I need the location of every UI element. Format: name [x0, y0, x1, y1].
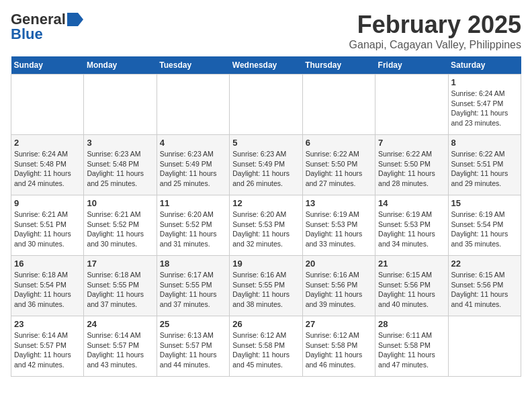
calendar-cell: 11Sunrise: 6:20 AMSunset: 5:52 PMDayligh…: [157, 195, 229, 256]
day-number: 15: [451, 198, 518, 208]
weekday-header-monday: Monday: [84, 56, 157, 75]
calendar-cell: 7Sunrise: 6:22 AMSunset: 5:50 PMDaylight…: [375, 135, 448, 195]
logo-blue-text: Blue: [11, 26, 43, 43]
logo-flag-icon: [67, 13, 83, 26]
day-number: 11: [160, 198, 226, 208]
svg-rect-0: [67, 13, 78, 26]
day-number: 2: [14, 138, 81, 148]
title-area: February 2025 Ganapi, Cagayan Valley, Ph…: [349, 11, 521, 51]
day-info: Sunrise: 6:21 AMSunset: 5:52 PMDaylight:…: [87, 210, 153, 249]
weekday-header-thursday: Thursday: [302, 56, 375, 75]
weekday-header-saturday: Saturday: [448, 56, 521, 75]
day-number: 4: [160, 138, 226, 148]
calendar-week-row: 23Sunrise: 6:14 AMSunset: 5:57 PMDayligh…: [11, 316, 521, 377]
calendar-cell: 5Sunrise: 6:23 AMSunset: 5:49 PMDaylight…: [230, 135, 302, 195]
svg-marker-1: [78, 13, 83, 26]
day-number: 16: [14, 259, 81, 269]
calendar-cell: [448, 316, 521, 377]
day-info: Sunrise: 6:18 AMSunset: 5:55 PMDaylight:…: [87, 270, 153, 310]
day-number: 22: [451, 259, 518, 269]
day-number: 18: [160, 259, 226, 269]
day-info: Sunrise: 6:11 AMSunset: 5:58 PMDaylight:…: [378, 330, 445, 370]
calendar-week-row: 1Sunrise: 6:24 AMSunset: 5:47 PMDaylight…: [11, 75, 521, 135]
day-info: Sunrise: 6:18 AMSunset: 5:54 PMDaylight:…: [14, 270, 81, 310]
day-number: 1: [451, 77, 518, 87]
calendar-cell: 12Sunrise: 6:20 AMSunset: 5:53 PMDayligh…: [230, 195, 302, 256]
logo: General Blue: [11, 11, 83, 43]
calendar-cell: 25Sunrise: 6:13 AMSunset: 5:57 PMDayligh…: [157, 316, 229, 377]
calendar-cell: [157, 75, 229, 135]
day-info: Sunrise: 6:23 AMSunset: 5:48 PMDaylight:…: [87, 149, 153, 189]
day-info: Sunrise: 6:17 AMSunset: 5:55 PMDaylight:…: [160, 270, 226, 310]
day-number: 9: [14, 198, 81, 208]
calendar-cell: 3Sunrise: 6:23 AMSunset: 5:48 PMDaylight…: [84, 135, 157, 195]
calendar-cell: 2Sunrise: 6:24 AMSunset: 5:48 PMDaylight…: [11, 135, 84, 195]
day-number: 24: [87, 319, 153, 329]
day-number: 6: [306, 138, 372, 148]
day-number: 19: [232, 259, 299, 269]
calendar-cell: 15Sunrise: 6:19 AMSunset: 5:54 PMDayligh…: [448, 195, 521, 256]
day-number: 10: [87, 198, 153, 208]
weekday-header-tuesday: Tuesday: [157, 56, 229, 75]
calendar-cell: [230, 75, 302, 135]
day-number: 28: [378, 319, 445, 329]
calendar-week-row: 9Sunrise: 6:21 AMSunset: 5:51 PMDaylight…: [11, 195, 521, 256]
calendar-cell: 21Sunrise: 6:15 AMSunset: 5:56 PMDayligh…: [375, 256, 448, 316]
calendar-cell: 14Sunrise: 6:19 AMSunset: 5:53 PMDayligh…: [375, 195, 448, 256]
calendar-cell: [11, 75, 84, 135]
day-info: Sunrise: 6:15 AMSunset: 5:56 PMDaylight:…: [378, 270, 445, 310]
calendar-cell: 4Sunrise: 6:23 AMSunset: 5:49 PMDaylight…: [157, 135, 229, 195]
weekday-header-sunday: Sunday: [11, 56, 84, 75]
day-number: 27: [306, 319, 372, 329]
calendar-week-row: 2Sunrise: 6:24 AMSunset: 5:48 PMDaylight…: [11, 135, 521, 195]
calendar-cell: 10Sunrise: 6:21 AMSunset: 5:52 PMDayligh…: [84, 195, 157, 256]
day-number: 14: [378, 198, 445, 208]
calendar-cell: 9Sunrise: 6:21 AMSunset: 5:51 PMDaylight…: [11, 195, 84, 256]
calendar-cell: [302, 75, 375, 135]
calendar-week-row: 16Sunrise: 6:18 AMSunset: 5:54 PMDayligh…: [11, 256, 521, 316]
day-number: 23: [14, 319, 81, 329]
day-number: 5: [232, 138, 299, 148]
weekday-header-wednesday: Wednesday: [230, 56, 302, 75]
calendar-cell: 13Sunrise: 6:19 AMSunset: 5:53 PMDayligh…: [302, 195, 375, 256]
day-info: Sunrise: 6:19 AMSunset: 5:53 PMDaylight:…: [378, 210, 445, 249]
weekday-header-friday: Friday: [375, 56, 448, 75]
day-info: Sunrise: 6:23 AMSunset: 5:49 PMDaylight:…: [160, 149, 226, 189]
day-info: Sunrise: 6:12 AMSunset: 5:58 PMDaylight:…: [232, 330, 299, 370]
day-info: Sunrise: 6:19 AMSunset: 5:53 PMDaylight:…: [306, 210, 372, 249]
month-title: February 2025: [349, 11, 521, 39]
calendar-cell: 18Sunrise: 6:17 AMSunset: 5:55 PMDayligh…: [157, 256, 229, 316]
day-info: Sunrise: 6:13 AMSunset: 5:57 PMDaylight:…: [160, 330, 226, 370]
page-header: General Blue February 2025 Ganapi, Cagay…: [11, 11, 521, 51]
day-info: Sunrise: 6:19 AMSunset: 5:54 PMDaylight:…: [451, 210, 518, 249]
day-number: 20: [306, 259, 372, 269]
day-info: Sunrise: 6:23 AMSunset: 5:49 PMDaylight:…: [232, 149, 299, 189]
day-number: 26: [232, 319, 299, 329]
calendar-table: SundayMondayTuesdayWednesdayThursdayFrid…: [11, 56, 521, 377]
calendar-cell: [84, 75, 157, 135]
calendar-cell: 6Sunrise: 6:22 AMSunset: 5:50 PMDaylight…: [302, 135, 375, 195]
calendar-cell: 17Sunrise: 6:18 AMSunset: 5:55 PMDayligh…: [84, 256, 157, 316]
day-info: Sunrise: 6:14 AMSunset: 5:57 PMDaylight:…: [14, 330, 81, 370]
calendar-cell: 28Sunrise: 6:11 AMSunset: 5:58 PMDayligh…: [375, 316, 448, 377]
day-number: 17: [87, 259, 153, 269]
day-info: Sunrise: 6:22 AMSunset: 5:50 PMDaylight:…: [306, 149, 372, 189]
day-info: Sunrise: 6:12 AMSunset: 5:58 PMDaylight:…: [306, 330, 372, 370]
calendar-cell: 26Sunrise: 6:12 AMSunset: 5:58 PMDayligh…: [230, 316, 302, 377]
day-info: Sunrise: 6:24 AMSunset: 5:47 PMDaylight:…: [451, 89, 518, 128]
day-number: 8: [451, 138, 518, 148]
calendar-cell: 19Sunrise: 6:16 AMSunset: 5:55 PMDayligh…: [230, 256, 302, 316]
day-info: Sunrise: 6:22 AMSunset: 5:51 PMDaylight:…: [451, 149, 518, 189]
calendar-cell: 1Sunrise: 6:24 AMSunset: 5:47 PMDaylight…: [448, 75, 521, 135]
day-info: Sunrise: 6:16 AMSunset: 5:56 PMDaylight:…: [306, 270, 372, 310]
day-number: 12: [232, 198, 299, 208]
day-info: Sunrise: 6:14 AMSunset: 5:57 PMDaylight:…: [87, 330, 153, 370]
calendar-cell: 27Sunrise: 6:12 AMSunset: 5:58 PMDayligh…: [302, 316, 375, 377]
weekday-header-row: SundayMondayTuesdayWednesdayThursdayFrid…: [11, 56, 521, 75]
calendar-cell: [375, 75, 448, 135]
day-info: Sunrise: 6:15 AMSunset: 5:56 PMDaylight:…: [451, 270, 518, 310]
day-number: 21: [378, 259, 445, 269]
location-title: Ganapi, Cagayan Valley, Philippines: [349, 39, 521, 51]
day-info: Sunrise: 6:16 AMSunset: 5:55 PMDaylight:…: [232, 270, 299, 310]
day-number: 25: [160, 319, 226, 329]
